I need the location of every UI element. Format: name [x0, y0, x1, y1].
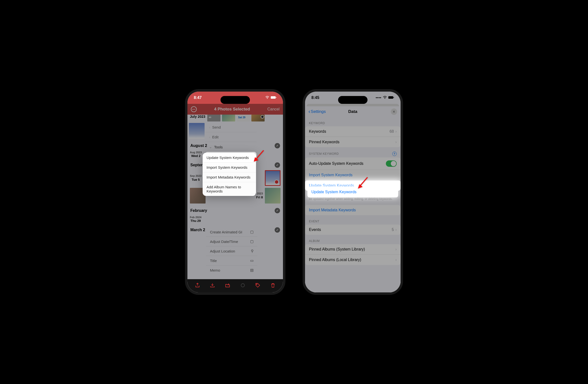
svg-rect-1: [271, 96, 276, 99]
tag-icon[interactable]: [255, 283, 260, 289]
thumbnail-selected[interactable]: [265, 170, 280, 186]
close-button[interactable]: ✕: [391, 108, 397, 115]
menu-update-system-keywords[interactable]: Update System Keywords: [203, 153, 256, 162]
svg-point-0: [267, 99, 268, 99]
cancel-button[interactable]: Cancel: [267, 107, 279, 111]
menu-adjust-location[interactable]: Adjust Location⚲: [206, 246, 257, 256]
select-all-icon[interactable]: ✓: [275, 143, 280, 148]
check-icon: [274, 180, 279, 184]
annotation-arrow: [357, 177, 369, 190]
status-time: 8:45: [311, 96, 319, 100]
menu-import-system-keywords[interactable]: Import System Keywords: [203, 162, 256, 172]
speech-icon: ▭: [250, 258, 253, 263]
menu-create-gif[interactable]: Create Animated GI▢: [206, 227, 257, 237]
svg-rect-6: [388, 96, 393, 99]
tools-submenu-bg: Create Animated GI▢ Adjust Date/Time▢ Ad…: [206, 227, 257, 275]
thumbnail[interactable]: [222, 115, 235, 121]
cell-pinned-albums-local[interactable]: Pinned Albums (Local Library) ›: [305, 255, 400, 265]
dynamic-island: [220, 96, 250, 104]
gif-icon: ▢: [250, 230, 253, 234]
check-icon: [261, 115, 264, 119]
menu-add-album-names[interactable]: Add Album Names to Keywords: [203, 182, 256, 196]
chevron-right-icon: ›: [396, 227, 397, 232]
svg-point-5: [385, 99, 385, 99]
dynamic-island: [338, 96, 368, 104]
status-indicators: ••••: [376, 96, 394, 100]
add-folder-icon[interactable]: [225, 283, 230, 289]
month-header: Septer: [190, 163, 203, 167]
trash-icon[interactable]: [270, 283, 276, 289]
svg-rect-7: [394, 97, 394, 98]
calendar-icon: ▢: [250, 239, 253, 244]
phone-right: 8:45 •••• ‹Settings Data ✕ KEYWORD Keywo…: [303, 89, 403, 295]
month-header: March 2: [190, 228, 205, 232]
wifi-icon: [265, 96, 269, 100]
wifi-icon: [383, 96, 387, 100]
screen-left: 8:47 ••• 4 Photos Selected Cancel July 2…: [188, 92, 283, 292]
cell-pinned-keywords[interactable]: Pinned Keywords ›: [305, 137, 400, 147]
chevron-right-icon: ›: [396, 140, 397, 144]
status-indicators: [265, 96, 277, 100]
cell-keywords[interactable]: Keywords 68›: [305, 126, 400, 137]
thumbnail[interactable]: [189, 123, 205, 139]
phone-left: 8:47 ••• 4 Photos Selected Cancel July 2…: [185, 89, 285, 295]
annotation-arrow: [252, 150, 265, 163]
menu-tools[interactable]: ⌄Tools: [205, 142, 256, 152]
date-label: Feb 2024Thu 29: [190, 216, 201, 223]
cell-update-system-keywords-highlight[interactable]: Update System Keywords: [308, 187, 398, 197]
section-header-keyword: KEYWORD: [305, 117, 400, 126]
cell-import-metadata-keywords[interactable]: Import Metadata Keywords: [305, 205, 400, 215]
thumbnail[interactable]: 40: [207, 115, 220, 121]
section-header-event: EVENT: [305, 215, 400, 224]
thumbnail[interactable]: [265, 188, 280, 203]
cell-events[interactable]: Events 5›: [305, 224, 400, 235]
menu-import-metadata-keywords[interactable]: Import Metadata Keywords: [203, 172, 256, 182]
download-icon[interactable]: [210, 283, 215, 289]
refresh-icon[interactable]: [240, 283, 246, 289]
svg-point-3: [241, 283, 245, 287]
section-header-system-keyword: SYSTEM KEYWORD ?: [305, 147, 400, 158]
settings-navbar: ‹Settings Data ✕: [305, 106, 400, 117]
thumbnail[interactable]: Sat 29: [237, 115, 250, 121]
date-label: Sep 2023Tue 5: [190, 174, 202, 182]
cell-auto-update[interactable]: Auto-Update System Keywords: [305, 158, 400, 170]
section-header-album: ALBUM: [305, 235, 400, 244]
toggle-on[interactable]: [386, 161, 397, 167]
cell-import-system-keywords[interactable]: Import System Keywords: [305, 170, 400, 181]
month-header: February: [190, 208, 207, 213]
screen-right: 8:45 •••• ‹Settings Data ✕ KEYWORD Keywo…: [305, 92, 400, 292]
select-all-icon[interactable]: ✓: [275, 227, 280, 233]
info-icon[interactable]: ?: [392, 152, 397, 156]
date-label: Aug 2023Wed 2: [190, 151, 202, 158]
battery-icon: [271, 96, 277, 100]
chevron-right-icon: ›: [396, 129, 397, 134]
back-button[interactable]: ‹Settings: [309, 108, 326, 115]
svg-rect-2: [276, 97, 276, 98]
thumbnail[interactable]: [251, 115, 265, 121]
battery-icon: [388, 96, 394, 100]
page-title: Data: [348, 109, 357, 114]
sheet-behind: [307, 104, 399, 106]
menu-adjust-datetime[interactable]: Adjust Date/Time▢: [206, 237, 257, 246]
menu-memo[interactable]: Memo▤: [206, 265, 257, 275]
menu-edit[interactable]: ›Edit: [205, 132, 256, 142]
more-icon[interactable]: •••: [191, 106, 197, 112]
navbar: ••• 4 Photos Selected Cancel: [188, 104, 283, 115]
menu-send[interactable]: ›Send: [205, 122, 256, 132]
select-all-icon[interactable]: ✓: [275, 162, 280, 168]
keywords-submenu: Update System Keywords Import System Key…: [203, 153, 256, 196]
menu-title[interactable]: Title▭: [206, 256, 257, 265]
select-all-icon[interactable]: ✓: [275, 208, 280, 213]
status-time: 8:47: [194, 96, 202, 100]
cell-pinned-albums-system[interactable]: Pinned Albums (System Library) ›: [305, 244, 400, 255]
date-header: July 2023: [190, 115, 205, 119]
svg-point-4: [256, 284, 257, 285]
note-icon: ▤: [250, 268, 253, 272]
month-header: August 2: [190, 143, 207, 148]
chevron-left-icon: ‹: [309, 108, 310, 115]
share-icon[interactable]: [195, 283, 200, 289]
bottom-toolbar: [188, 279, 283, 292]
chevron-right-icon: ›: [396, 247, 397, 251]
pin-icon: ⚲: [251, 249, 253, 253]
page-title: 4 Photos Selected: [214, 107, 250, 112]
